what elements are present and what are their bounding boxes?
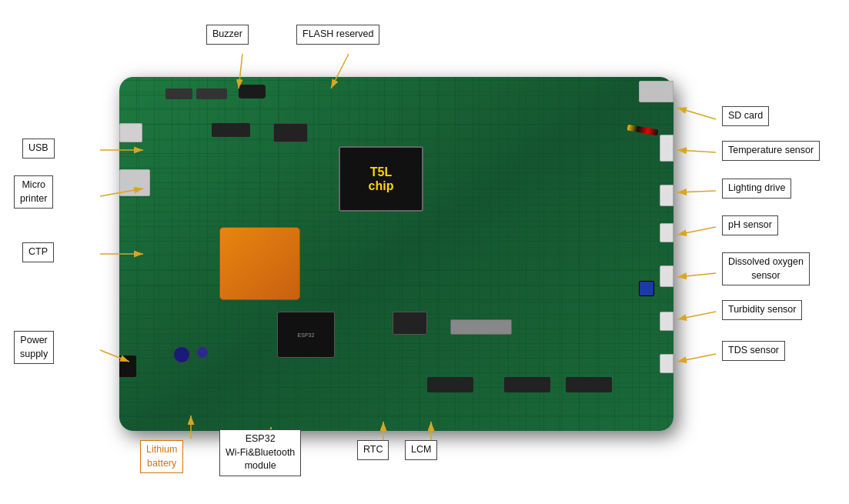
turbidity-connector bbox=[660, 312, 674, 331]
lithium-battery-label: Lithiumbattery bbox=[140, 440, 183, 473]
ph-connector bbox=[660, 223, 674, 242]
esp32-label: ESP32Wi-Fi&Bluetoothmodule bbox=[219, 429, 301, 476]
sd-card-slot bbox=[639, 81, 674, 102]
ic-chip-1 bbox=[273, 123, 308, 142]
ic-chip-2 bbox=[212, 123, 250, 137]
esp32-module: ESP32 bbox=[277, 312, 335, 358]
usb-connector bbox=[119, 123, 142, 142]
sd-card-label: SD card bbox=[722, 106, 769, 126]
chip-label-line1: T5L bbox=[370, 165, 392, 179]
svg-line-18 bbox=[677, 354, 716, 362]
rtc-label: RTC bbox=[357, 440, 389, 460]
svg-line-16 bbox=[677, 273, 716, 277]
buzzer-label: Buzzer bbox=[206, 25, 249, 45]
blue-trimmer bbox=[639, 281, 654, 296]
do-connector bbox=[660, 265, 674, 287]
fpc-connector bbox=[219, 227, 300, 300]
svg-line-12 bbox=[677, 108, 716, 119]
capacitor-1 bbox=[173, 346, 190, 363]
t5l-chip: T5L chip bbox=[339, 146, 423, 212]
power-connector bbox=[119, 355, 136, 377]
lighting-connector bbox=[660, 185, 674, 206]
chip-label-line2: chip bbox=[369, 179, 394, 193]
svg-line-15 bbox=[677, 227, 716, 235]
svg-line-17 bbox=[677, 312, 716, 319]
ctp-label: CTP bbox=[22, 242, 54, 262]
lcm-connector bbox=[450, 319, 512, 335]
tds-connector bbox=[660, 354, 674, 373]
buzzer-component bbox=[239, 85, 266, 98]
temperature-sensor-label: Temperature sensor bbox=[722, 141, 820, 161]
micro-printer-label: Microprinter bbox=[14, 175, 53, 209]
temp-sensor-connector bbox=[660, 135, 674, 162]
turbidity-sensor-label: Turbidity sensor bbox=[722, 300, 802, 320]
lighting-drive-label: Lighting drive bbox=[722, 179, 791, 199]
flash-component2 bbox=[165, 88, 192, 99]
svg-line-14 bbox=[677, 191, 716, 192]
dissolved-oxygen-label: Dissolved oxygensensor bbox=[722, 252, 810, 285]
lcm-label: LCM bbox=[405, 440, 437, 460]
micro-printer-connector bbox=[119, 169, 150, 196]
usb-label: USB bbox=[22, 139, 55, 159]
tds-sensor-label: TDS sensor bbox=[722, 341, 785, 361]
ph-sensor-label: pH sensor bbox=[722, 215, 778, 235]
ic-chip-5 bbox=[566, 377, 612, 392]
ic-chip-4 bbox=[504, 377, 550, 392]
rtc-area bbox=[393, 312, 427, 335]
flash-label: FLASH reserved bbox=[296, 25, 379, 45]
ic-chip-3 bbox=[427, 377, 473, 392]
flash-component bbox=[196, 88, 227, 99]
power-supply-label: Powersupply bbox=[14, 331, 54, 364]
capacitor-2 bbox=[196, 346, 209, 359]
svg-line-13 bbox=[677, 150, 716, 152]
